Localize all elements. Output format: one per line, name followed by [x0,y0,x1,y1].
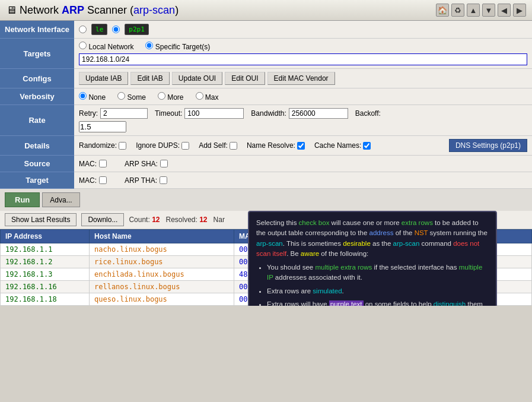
down-button[interactable]: ▼ [482,4,495,17]
rate-row: Rate Retry: Timeout: Bandwidth: [0,105,532,136]
edit-iab-button[interactable]: Edit IAB [130,72,169,85]
ip-cell: 192.168.1.3 [1,268,90,281]
dns-settings-button[interactable]: DNS Settings (p2p1) [449,139,527,152]
verbosity-more-radio[interactable] [158,92,165,100]
refresh-button[interactable]: ♻ [451,4,464,17]
count-value: 12 [152,216,160,224]
target-fields: MAC: ARP THA: [79,176,527,185]
arp-tha-checkbox[interactable] [160,176,167,184]
show-last-results-button[interactable]: Show Last Results [5,213,77,226]
backoff-input[interactable] [79,121,126,132]
advanced-button[interactable]: Adva... [42,192,79,207]
local-network-option[interactable]: Local Network [79,42,133,51]
interface-radio-1[interactable] [79,26,87,33]
config-buttons: Update IAB Edit IAB Update OUI Edit OUI … [79,72,527,85]
rate-content: Retry: Timeout: Bandwidth: Backoff: [74,105,532,136]
verbosity-max[interactable]: Max [196,92,219,102]
title-bar: 🖥 Network ARP Scanner (arp-scan) 🏠 ♻ ▲ ▼… [0,0,532,21]
update-oui-button[interactable]: Update OUI [172,72,222,85]
arp-tha-field[interactable]: ARP THA: [125,176,167,185]
target-label: Target [0,172,74,189]
specific-target-radio[interactable] [145,42,153,49]
verbosity-some-radio[interactable] [117,92,125,100]
run-button[interactable]: Run [5,192,40,207]
title-buttons: 🏠 ♻ ▲ ▼ ◀ ▶ [436,4,526,17]
source-mac-checkbox[interactable] [99,160,107,167]
ip-cell: 192.168.1.1 [1,243,90,256]
add-self-check[interactable]: Add Self: [199,141,237,150]
details-fields: Randomize: Ignore DUPS: Add Self: N [79,139,527,152]
host-cell: rice.linux.bogus [89,256,234,268]
tooltip-item-2: Extra rows are simulated. [267,286,489,296]
retry-field: Retry: [79,108,148,119]
interface-label: Network Interface [0,21,74,39]
bandwidth-input[interactable] [289,108,348,119]
source-row: Source MAC: ARP SHA: [0,156,532,172]
update-iab-button[interactable]: Update IAB [79,72,128,85]
verbosity-row: Verbosity None Some [0,88,532,105]
host-cell: rellanos.linux.bogus [89,281,234,293]
download-button[interactable]: Downlo... [81,213,124,226]
verbosity-label: Verbosity [0,88,74,105]
up-button[interactable]: ▲ [467,4,480,17]
add-self-checkbox[interactable] [230,142,237,150]
interface-img-1: le [91,24,107,35]
host-cell: queso.linux.bogus [89,293,234,306]
name-resolve-checkbox[interactable] [297,142,305,150]
verbosity-content: None Some More Max [74,88,532,105]
targets-row: Targets Local Network Specific Target(s) [0,39,532,69]
host-cell: nacho.linux.bogus [89,243,234,256]
bandwidth-field: Bandwidth: [251,108,348,119]
arp-sha-checkbox[interactable] [160,160,168,167]
verbosity-some[interactable]: Some [117,92,146,102]
edit-oui-button[interactable]: Edit OUI [225,72,265,85]
randomize-checkbox[interactable] [119,142,126,150]
rate-fields: Retry: Timeout: Bandwidth: Backoff: [79,108,527,119]
source-content: MAC: ARP SHA: [74,156,532,172]
targets-label: Targets [0,39,74,69]
target-mac-field[interactable]: MAC: [79,176,107,185]
timeout-input[interactable] [184,108,244,119]
verbosity-max-radio[interactable] [196,92,203,100]
prev-button[interactable]: ◀ [498,4,511,17]
arp-sha-field[interactable]: ARP SHA: [125,160,168,168]
title-icon: 🖥 [6,4,17,16]
next-button[interactable]: ▶ [513,4,526,17]
ignore-dups-checkbox[interactable] [181,142,189,150]
target-mac-checkbox[interactable] [99,176,107,184]
target-ip-input[interactable] [79,53,527,65]
verbosity-more[interactable]: More [158,92,184,102]
details-row: Details Randomize: Ignore DUPS: Ad [0,136,532,156]
interface-radio-2[interactable] [112,26,120,33]
cache-names-checkbox[interactable] [363,142,371,150]
verbosity-none[interactable]: None [79,92,106,102]
randomize-check[interactable]: Randomize: [79,141,126,150]
resolved-value: 12 [199,216,207,224]
target-section-row: Target MAC: ARP THA: [0,172,532,189]
tooltip-item-1: You should see multiple extra rows if th… [267,262,489,283]
details-label: Details [0,136,74,156]
cache-names-check[interactable]: Cache Names: [314,141,371,150]
target-options: Local Network Specific Target(s) [79,42,527,51]
interface-img-2: p2p1 [125,24,149,35]
count-text: Count: 12 Resolved: 12 Nar [129,216,224,224]
col-ip: IP Address [1,230,90,243]
rate-label: Rate [0,105,74,136]
retry-input[interactable] [100,108,148,119]
verbosity-none-radio[interactable] [79,92,87,100]
verbosity-options: None Some More Max [79,92,527,102]
target-input-row [79,53,527,65]
specific-target-option[interactable]: Specific Target(s) [145,42,210,51]
edit-mac-vendor-button[interactable]: Edit MAC Vendor [267,72,335,85]
source-mac-field[interactable]: MAC: [79,160,107,168]
add-self-tooltip: Selecting this check box will cause one … [248,211,497,306]
local-network-radio[interactable] [79,42,87,49]
host-cell: enchilada.linux.bogus [89,268,234,281]
backoff-field: Backoff: [355,109,381,118]
source-fields: MAC: ARP SHA: [79,160,527,168]
name-resolve-check[interactable]: Name Resolve: [247,141,305,150]
ignore-dups-check[interactable]: Ignore DUPS: [136,141,189,150]
configs-row: Configs Update IAB Edit IAB Update OUI E… [0,69,532,88]
interface-row: Network Interface le p2p1 [0,21,532,39]
home-button[interactable]: 🏠 [436,4,449,17]
